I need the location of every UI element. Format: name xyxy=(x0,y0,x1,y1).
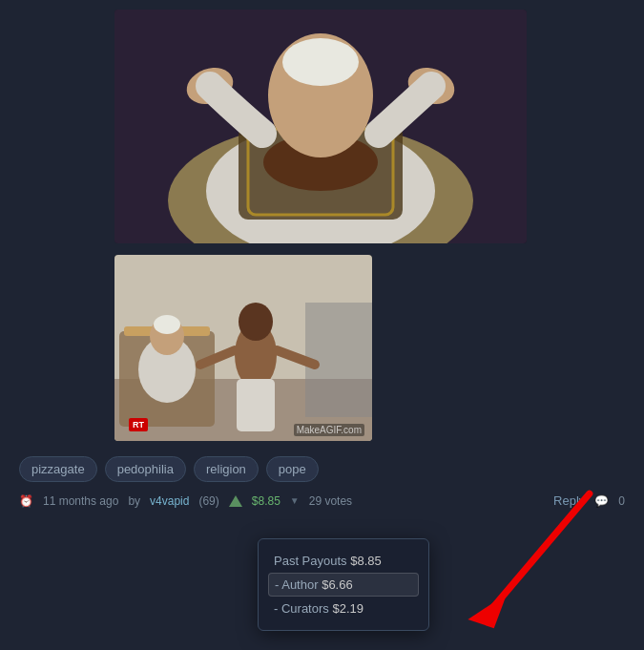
payout-author-label: - Author xyxy=(275,577,319,592)
image-block-1 xyxy=(19,10,625,243)
tag-pizzagate[interactable]: pizzagate xyxy=(19,456,97,482)
dollar-amount: $8.85 xyxy=(252,494,280,508)
payout-author-amount: $6.66 xyxy=(322,577,353,592)
svg-point-18 xyxy=(154,315,180,334)
author-rep: (69) xyxy=(198,494,218,508)
rt-badge: RT xyxy=(129,418,148,431)
meta-row: ⏰ 11 months ago by v4vapid (69) $8.85 ▼ … xyxy=(19,493,625,508)
image-block-2: RT MakeAGIF.com xyxy=(19,255,625,441)
comment-count: 0 xyxy=(618,494,625,508)
pope-photo xyxy=(114,10,527,243)
clock-icon: ⏰ xyxy=(19,494,33,508)
svg-marker-26 xyxy=(467,594,507,628)
author-link[interactable]: v4vapid xyxy=(150,494,189,508)
gif-image: RT MakeAGIF.com xyxy=(114,255,372,441)
by-label: by xyxy=(128,494,140,508)
svg-point-22 xyxy=(239,303,273,341)
tags-row: pizzagate pedophilia religion pope xyxy=(19,456,625,482)
content-area: RT MakeAGIF.com pizzagate pedophilia rel… xyxy=(0,0,644,525)
votes-count: 29 votes xyxy=(309,494,352,508)
payout-title-amount: $8.85 xyxy=(350,554,382,568)
tag-pedophilia[interactable]: pedophilia xyxy=(105,456,186,482)
caret-icon[interactable]: ▼ xyxy=(290,495,300,506)
time-ago: 11 months ago xyxy=(43,494,118,508)
payout-curators-row: - Curators $2.19 xyxy=(274,598,413,619)
comment-icon: 💬 xyxy=(594,494,609,508)
tag-religion[interactable]: religion xyxy=(194,456,259,482)
reply-button[interactable]: Reply xyxy=(553,493,585,508)
payout-curators-label: - Curators xyxy=(274,601,329,616)
svg-rect-21 xyxy=(237,379,275,431)
svg-point-8 xyxy=(282,38,359,86)
payout-title-label: Past Payouts xyxy=(274,554,347,568)
payout-curators-amount: $2.19 xyxy=(332,601,364,616)
upvote-button[interactable] xyxy=(229,495,242,507)
payout-popup: Past Payouts $8.85 - Author $6.66 - Cura… xyxy=(258,538,429,631)
tag-pope[interactable]: pope xyxy=(266,456,319,482)
payout-title-row: Past Payouts $8.85 xyxy=(274,551,413,571)
makegif-watermark: MakeAGIF.com xyxy=(294,424,364,436)
upvote-arrow-icon xyxy=(229,495,242,507)
payout-author-row: - Author $6.66 xyxy=(268,573,419,597)
